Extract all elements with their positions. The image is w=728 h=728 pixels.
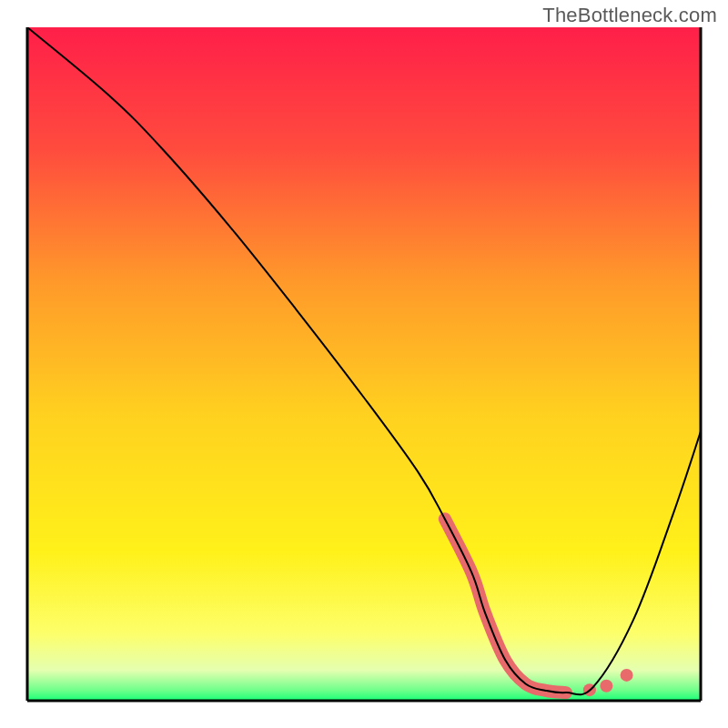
svg-point-3 (621, 669, 633, 682)
bottleneck-chart (0, 0, 728, 728)
svg-point-2 (600, 680, 612, 693)
gradient-background (27, 27, 701, 701)
chart-container: TheBottleneck.com (0, 0, 728, 728)
watermark-text: TheBottleneck.com (542, 4, 717, 27)
